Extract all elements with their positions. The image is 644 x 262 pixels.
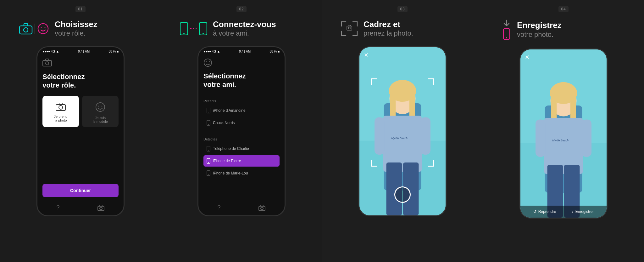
smiley-role-icon [95, 102, 105, 112]
step-column-4: 04 Enregistrez votre photo. ✕ [483, 0, 644, 262]
step-title-1: Choisissez votre rôle. [55, 20, 97, 37]
step-column-3: 03 Cadrez et prenez la photo. [322, 0, 483, 262]
device-name-chuck: Chuck Norris [213, 121, 235, 125]
phone-content-2: Sélectionnez votre ami. Récents iPhone d… [198, 54, 285, 201]
svg-point-18 [204, 59, 212, 66]
step-icon-divider [35, 24, 35, 34]
frame-bracket-icon [341, 21, 358, 36]
svg-point-28 [208, 162, 209, 163]
svg-rect-61 [581, 120, 591, 157]
device-name-pierre: iPhone de Pierre [213, 159, 241, 163]
phone-bottom-bar-1: ? [37, 201, 124, 215]
phone-content-1: Sélectionnez votre rôle. Je prend la pho… [37, 54, 124, 201]
step-title-4: Enregistrez votre photo. [517, 20, 562, 38]
svg-rect-60 [536, 120, 546, 157]
step-title-line2-1: votre rôle. [55, 29, 97, 37]
time-2: 9:41 AM [239, 50, 251, 53]
enregistrer-button[interactable]: ↓ Enregistrer [572, 209, 594, 214]
screen-camera-icon [42, 58, 119, 68]
step-number-3: 03 [397, 6, 407, 12]
shutter-button-3[interactable] [394, 186, 411, 203]
phone-bottom-bar-2: ? [198, 201, 285, 215]
camera-role-icon [56, 102, 66, 111]
step-number-1: 01 [75, 6, 85, 12]
battery-1: 58 % ■ [108, 50, 119, 53]
phone-icon-marie-lou [207, 170, 210, 176]
enregistrer-icon: ↓ [572, 209, 574, 214]
step-title-3: Cadrez et prenez la photo. [364, 20, 413, 37]
step-header-3: Cadrez et prenez la photo. [322, 20, 483, 37]
svg-point-4 [45, 27, 46, 28]
camera-outline-icon [19, 23, 33, 35]
download-icon-group [502, 20, 511, 40]
svg-point-24 [208, 124, 209, 125]
photo-bg-4: Myrtle Beach [520, 49, 607, 218]
step-title-line2-4: votre photo. [517, 31, 562, 39]
carrier-1: ●●●● 4G ▲ [42, 50, 59, 53]
enregistrer-label: Enregistrer [575, 209, 594, 214]
phone-icon-amandine [207, 108, 210, 113]
device-item-chuck[interactable]: Chuck Norris [203, 117, 280, 128]
phone-mockup-2: ●●●● 4G ▲ 9:41 AM 58 % ■ Sélectionnez vo… [197, 46, 286, 216]
device-item-pierre[interactable]: iPhone de Pierre [203, 155, 280, 167]
screen1-title: Sélectionnez votre rôle. [42, 73, 119, 89]
svg-point-15 [183, 33, 185, 34]
help-icon-1[interactable]: ? [56, 204, 59, 211]
svg-point-8 [59, 105, 63, 109]
device-name-charlie: Téléphone de Charlie [213, 146, 249, 151]
dot-3 [196, 28, 197, 29]
reprendre-button[interactable]: ↺ Reprendre [533, 209, 556, 214]
carrier-2: ●●●● 4G ▲ [203, 50, 220, 53]
close-button-4[interactable]: ✕ [525, 54, 530, 61]
svg-point-2 [38, 24, 48, 34]
step-icon-group-3 [341, 21, 358, 36]
reprendre-icon: ↺ [533, 209, 536, 214]
device-name-marie-lou: iPhone de Marie-Lou [213, 171, 248, 175]
download-arrow-icon [502, 20, 511, 27]
step-title-line1-3: Cadrez et [364, 20, 400, 29]
phone-small-left-icon [180, 22, 188, 35]
step-icon-group-2 [180, 22, 207, 35]
role-card-model[interactable]: Je suis le modèle [82, 96, 119, 127]
reprendre-label: Reprendre [538, 209, 556, 214]
screen2-title: Sélectionnez votre ami. [203, 72, 280, 89]
continue-button[interactable]: Continuer [42, 184, 119, 197]
recents-label: Récents [203, 99, 280, 103]
phone-icon-charlie [207, 146, 210, 151]
svg-point-30 [208, 174, 209, 175]
device-item-amandine[interactable]: iPhone d'Amandine [203, 105, 280, 116]
phone-icon-chuck [207, 120, 210, 126]
photo-actions-4: ↺ Reprendre ↓ Enregistrer [520, 206, 607, 218]
bracket-bl [371, 160, 377, 167]
svg-rect-0 [19, 26, 32, 34]
camera-bottom-icon-2[interactable] [258, 205, 265, 211]
close-button-3[interactable]: ✕ [364, 52, 369, 59]
svg-point-49 [506, 37, 507, 38]
divider-2 [203, 132, 280, 132]
help-icon-2[interactable]: ? [217, 204, 220, 211]
svg-point-19 [206, 61, 207, 62]
corner-brackets-3 [371, 78, 434, 167]
bracket-tl [371, 78, 377, 85]
battery-2: 58 % ■ [269, 50, 280, 53]
phone-mockup-1: ●●●● 4G ▲ 9:41 AM 58 % ■ Sélectionnez vo… [36, 46, 125, 216]
step-title-line2-3: prenez la photo. [364, 29, 413, 37]
phone-small-right-icon [199, 22, 207, 35]
photo-screen-4: ✕ Myrtle Beach ↺ Reprendre ↓ E [519, 48, 608, 219]
step-title-2: Connectez-vous à votre ami. [213, 20, 276, 37]
role-card-photographer[interactable]: Je prend la photo [42, 96, 79, 127]
device-item-marie-lou[interactable]: iPhone de Marie-Lou [203, 168, 280, 179]
svg-point-9 [96, 103, 105, 111]
device-item-charlie[interactable]: Téléphone de Charlie [203, 143, 280, 154]
time-1: 9:41 AM [78, 50, 90, 53]
step-header-1: Choisissez votre rôle. [0, 20, 161, 37]
svg-point-34 [348, 27, 350, 29]
camera-small-icon [42, 58, 52, 66]
svg-point-11 [102, 105, 103, 106]
svg-point-3 [41, 27, 42, 28]
step-title-line1-2: Connectez-vous [213, 20, 276, 29]
step-icon-group-1 [19, 23, 49, 35]
phone-icon-pierre [207, 158, 210, 164]
camera-bottom-icon-1[interactable] [97, 205, 104, 211]
svg-text:Myrtle Beach: Myrtle Beach [552, 139, 569, 142]
